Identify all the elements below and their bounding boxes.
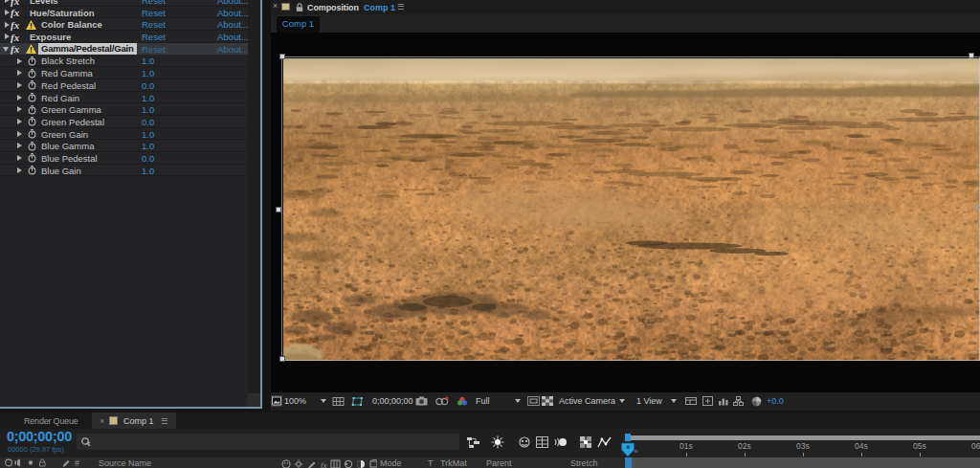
- svg-text:#: #: [75, 458, 79, 467]
- svg-text:fx: fx: [321, 460, 327, 468]
